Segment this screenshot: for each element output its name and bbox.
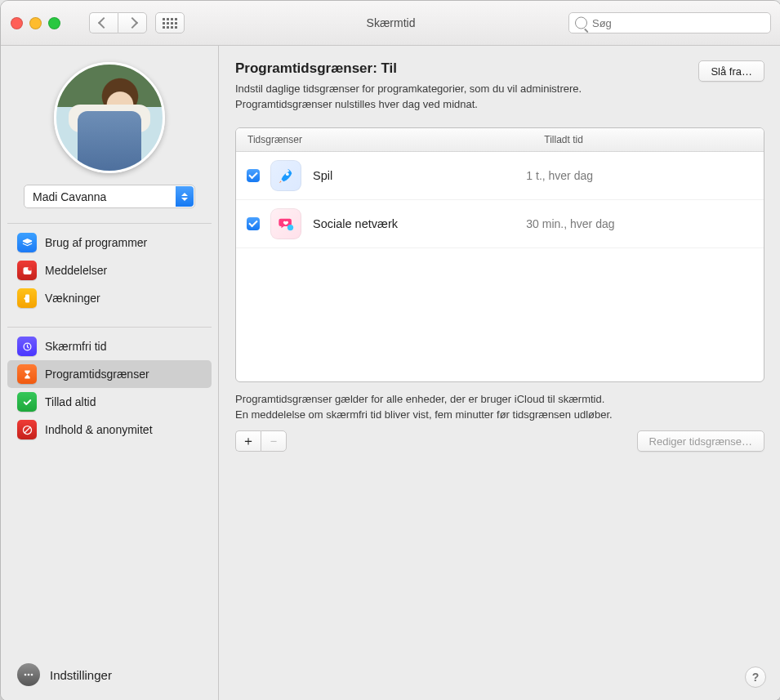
zoom-button[interactable] bbox=[48, 17, 60, 29]
no-entry-icon bbox=[17, 420, 37, 439]
pickup-icon bbox=[17, 288, 37, 308]
sidebar-item-label: Programtidsgrænser bbox=[45, 368, 149, 381]
checkbox-icon[interactable] bbox=[247, 169, 260, 182]
sidebar-item-label: Tillad altid bbox=[45, 395, 96, 408]
search-field-wrap bbox=[568, 12, 771, 33]
row-checkbox-wrap bbox=[236, 217, 270, 230]
badge-icon bbox=[17, 261, 37, 280]
footer-controls: ＋ － Rediger tidsgrænse… bbox=[235, 430, 764, 452]
sidebar: Madi Cavanna Brug af programmer bbox=[1, 46, 219, 700]
preferences-window: Skærmtid Madi Cavanna bbox=[0, 0, 780, 700]
clock-stars-icon bbox=[17, 337, 37, 356]
sidebar-item-app-usage[interactable]: Brug af programmer bbox=[7, 229, 212, 256]
forward-button[interactable] bbox=[118, 12, 147, 33]
edit-limit-button[interactable]: Rediger tidsgrænse… bbox=[637, 430, 764, 452]
limits-table: Tidsgrænser Tilladt tid Spil 1 t., hver … bbox=[235, 127, 764, 382]
search-icon bbox=[575, 17, 587, 29]
chevron-left-icon bbox=[98, 17, 109, 29]
rocket-icon bbox=[270, 160, 301, 191]
row-label: Sociale netværk bbox=[313, 217, 526, 230]
avatar-wrap bbox=[1, 62, 218, 173]
table-row[interactable]: Sociale netværk 30 min., hver dag bbox=[236, 200, 764, 248]
ellipsis-circle-icon bbox=[17, 663, 40, 686]
nav-buttons bbox=[89, 12, 147, 33]
pane-header: Programtidsgrænser: Til Indstil daglige … bbox=[235, 60, 764, 113]
footer-text: Programtidsgrænser gælder for alle enhed… bbox=[235, 392, 764, 423]
search-input[interactable] bbox=[568, 12, 771, 33]
checkmark-square-icon bbox=[17, 392, 37, 412]
minimize-button[interactable] bbox=[29, 17, 42, 29]
chevron-right-icon bbox=[127, 17, 138, 29]
svg-point-10 bbox=[287, 225, 293, 230]
turn-off-button[interactable]: Slå fra… bbox=[698, 60, 764, 82]
sidebar-item-content-privacy[interactable]: Indhold & anonymitet bbox=[7, 416, 212, 444]
table-row[interactable]: Spil 1 t., hver dag bbox=[236, 152, 764, 200]
user-avatar[interactable] bbox=[54, 62, 165, 173]
titlebar: Skærmtid bbox=[1, 1, 780, 46]
sidebar-item-pickups[interactable]: Vækninger bbox=[7, 284, 212, 312]
sidebar-item-label: Skærmfri tid bbox=[45, 340, 106, 353]
main-pane: Programtidsgrænser: Til Indstil daglige … bbox=[219, 46, 780, 700]
stack-icon bbox=[17, 233, 37, 252]
row-checkbox-wrap bbox=[236, 169, 270, 182]
stepper-icon bbox=[176, 186, 194, 207]
sidebar-item-options[interactable]: Indstillinger bbox=[1, 652, 218, 700]
sidebar-section-usage: Brug af programmer Meddelelser Vækninger bbox=[7, 223, 212, 312]
svg-point-9 bbox=[286, 172, 289, 176]
plus-icon: ＋ bbox=[242, 435, 255, 448]
sidebar-item-notifications[interactable]: Meddelelser bbox=[7, 256, 212, 284]
heart-bubble-icon bbox=[270, 208, 301, 239]
turn-off-label: Slå fra… bbox=[711, 65, 752, 78]
pane-title: Programtidsgrænser: Til bbox=[235, 60, 668, 77]
sidebar-item-app-limits[interactable]: Programtidsgrænser bbox=[7, 360, 212, 388]
hourglass-icon bbox=[17, 364, 37, 384]
help-button[interactable]: ? bbox=[745, 667, 766, 688]
table-header: Tidsgrænser Tilladt tid bbox=[236, 128, 764, 152]
row-time: 30 min., hver dag bbox=[526, 217, 764, 230]
sidebar-item-label: Brug af programmer bbox=[45, 236, 147, 249]
grid-icon bbox=[163, 18, 177, 29]
add-limit-button[interactable]: ＋ bbox=[235, 430, 261, 452]
row-label: Spil bbox=[313, 169, 526, 182]
user-select[interactable]: Madi Cavanna bbox=[24, 185, 195, 208]
table-body: Spil 1 t., hver dag bbox=[236, 152, 764, 381]
back-button[interactable] bbox=[89, 12, 118, 33]
checkbox-icon[interactable] bbox=[247, 217, 260, 230]
sidebar-section-limits: Skærmfri tid Programtidsgrænser Tillad a… bbox=[7, 327, 212, 444]
show-all-button[interactable] bbox=[155, 12, 185, 33]
user-select-label: Madi Cavanna bbox=[33, 190, 106, 203]
svg-point-8 bbox=[31, 674, 33, 676]
column-header-time[interactable]: Tilladt tid bbox=[537, 134, 764, 145]
sidebar-item-label: Indstillinger bbox=[50, 668, 112, 682]
svg-point-6 bbox=[25, 674, 27, 676]
svg-point-1 bbox=[28, 266, 32, 270]
column-header-limits[interactable]: Tidsgrænser bbox=[236, 134, 537, 145]
svg-rect-2 bbox=[25, 294, 29, 302]
sidebar-item-always-allowed[interactable]: Tillad altid bbox=[7, 388, 212, 416]
sidebar-item-label: Indhold & anonymitet bbox=[45, 423, 153, 436]
remove-limit-button[interactable]: － bbox=[261, 430, 287, 452]
close-button[interactable] bbox=[11, 17, 23, 29]
svg-point-7 bbox=[28, 674, 30, 676]
help-icon: ? bbox=[752, 671, 760, 684]
sidebar-item-downtime[interactable]: Skærmfri tid bbox=[7, 332, 212, 360]
edit-limit-label: Rediger tidsgrænse… bbox=[649, 435, 752, 448]
pane-description: Indstil daglige tidsgrænser for programk… bbox=[235, 82, 668, 113]
row-time: 1 t., hver dag bbox=[526, 169, 764, 182]
window-controls bbox=[11, 17, 60, 29]
svg-line-5 bbox=[24, 426, 30, 433]
sidebar-item-label: Meddelelser bbox=[45, 264, 107, 277]
sidebar-item-label: Vækninger bbox=[45, 292, 100, 305]
minus-icon: － bbox=[267, 435, 280, 448]
